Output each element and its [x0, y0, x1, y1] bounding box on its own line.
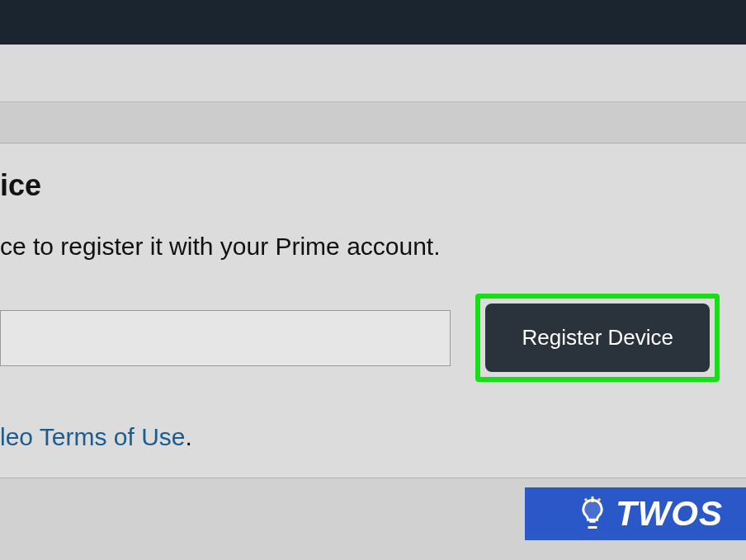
terms-of-use-link[interactable]: leo Terms of Use [0, 423, 186, 450]
registration-code-input[interactable] [0, 310, 451, 366]
register-device-button[interactable]: Register Device [485, 304, 710, 372]
divider [0, 478, 746, 478]
svg-point-0 [592, 500, 593, 501]
register-button-highlight: Register Device [475, 294, 720, 382]
period: . [186, 423, 192, 450]
svg-line-3 [598, 499, 600, 501]
section-band-1 [0, 45, 746, 102]
page-subtext: ce to register it with your Prime accoun… [0, 214, 746, 294]
page-title: ice [0, 168, 746, 214]
main-content: ice ce to register it with your Prime ac… [0, 144, 746, 478]
top-nav-bar [0, 0, 746, 45]
lightbulb-icon [574, 496, 611, 532]
terms-row: leo Terms of Use. [0, 382, 746, 471]
register-row: Register Device [0, 294, 746, 382]
svg-line-2 [585, 499, 587, 501]
watermark-badge: TWOS [525, 487, 746, 540]
section-band-2 [0, 102, 746, 144]
watermark-text: TWOS [616, 494, 723, 534]
